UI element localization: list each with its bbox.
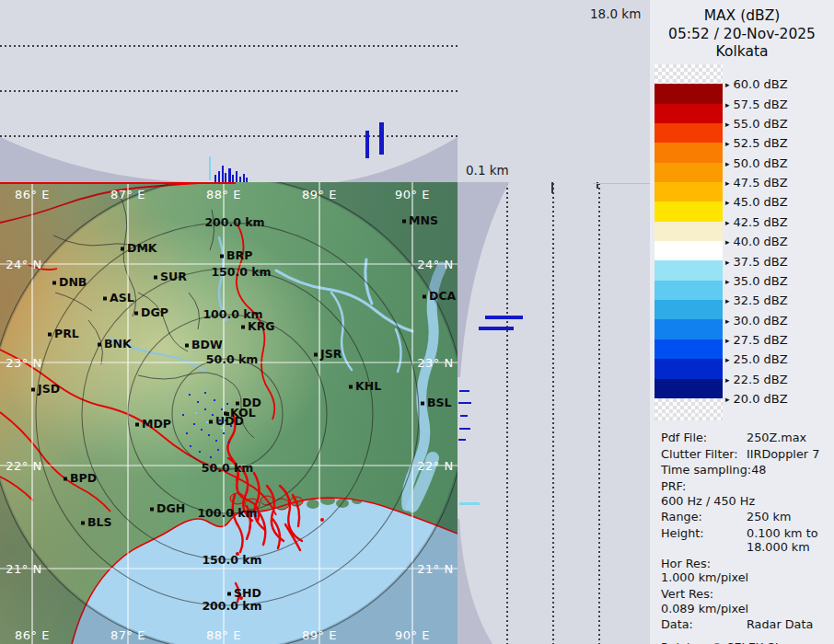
- info-label: Height:: [661, 526, 747, 540]
- range-ring-label: 150.0 km: [211, 265, 271, 279]
- legend-label: ▸27.5 dBZ: [725, 332, 788, 346]
- info-row: PRF:600 Hz / 450 Hz: [661, 479, 834, 508]
- echo-row: [460, 415, 468, 417]
- city-marker-sur: SUR: [154, 270, 187, 283]
- legend-arrow-icon: ▸: [725, 158, 730, 167]
- city-marker-khl: KHL: [349, 379, 381, 393]
- legend-label-text: 47.5 dBZ: [734, 176, 788, 190]
- latitude-label: 24° N: [6, 258, 41, 271]
- city-code-label: KHL: [355, 379, 381, 393]
- latitude-label: 21° N: [417, 562, 453, 576]
- echo-column: [209, 156, 211, 180]
- legend-arrow-icon: ▸: [725, 217, 730, 226]
- city-code-label: BRP: [226, 248, 252, 262]
- legend-swatch: [654, 163, 723, 182]
- legend-label: ▸22.5 dBZ: [725, 372, 788, 385]
- longitude-label: 90° E: [395, 628, 430, 642]
- city-marker-dnb: DNB: [52, 275, 87, 289]
- info-label: Hor Res:: [661, 557, 747, 570]
- echo-row: [458, 439, 466, 441]
- city-marker-bpd: BPD: [64, 471, 97, 485]
- city-code-label: UDD: [215, 414, 244, 428]
- city-code-label: BLS: [87, 515, 112, 529]
- echo-column: [225, 173, 226, 182]
- legend-swatch: [654, 104, 723, 123]
- city-dot: [135, 422, 139, 426]
- legend-label: ▸30.0 dBZ: [725, 313, 788, 327]
- echo-row: [485, 316, 523, 319]
- city-marker-dgp: DGP: [134, 305, 168, 319]
- echo-row: [479, 327, 514, 330]
- info-row: Clutter Filter:IIRDoppler 7: [661, 447, 834, 461]
- legend-label: ▸35.0 dBZ: [725, 273, 788, 287]
- legend-arrow-icon: ▸: [725, 99, 730, 109]
- legend-swatch: [654, 123, 723, 143]
- legend-label-text: 40.0 dBZ: [734, 235, 788, 248]
- legend-swatch: [654, 281, 723, 300]
- product-timestamp: 05:52 / 20-Nov-2025: [650, 26, 834, 44]
- echo-row: [459, 390, 469, 392]
- legend-swatch: [654, 182, 723, 201]
- city-dot: [48, 332, 52, 336]
- legend-label: ▸32.5 dBZ: [725, 293, 788, 307]
- city-code-label: JSD: [38, 382, 60, 396]
- city-marker-udd: UDD: [209, 414, 244, 428]
- legend-arrow-icon: ▸: [725, 276, 730, 285]
- longitude-label: 88° E: [206, 188, 241, 201]
- legend-label-text: 30.0 dBZ: [734, 313, 788, 327]
- legend-label-text: 37.5 dBZ: [734, 254, 788, 268]
- latitude-label: 21° N: [6, 562, 41, 576]
- info-value: 48: [751, 463, 766, 477]
- right-panel-beam-wedges: [458, 182, 650, 644]
- info-label: Data:: [661, 617, 747, 631]
- legend-label-text: 25.0 dBZ: [734, 352, 788, 366]
- city-dot: [52, 281, 56, 284]
- legend-arrow-icon: ▸: [725, 198, 730, 207]
- legend-arrow-icon: ▸: [725, 120, 730, 129]
- city-dot: [314, 352, 318, 356]
- city-code-label: KRG: [248, 319, 275, 333]
- echo-column: [365, 131, 369, 158]
- legend-label: ▸60.0 dBZ: [725, 77, 788, 91]
- legend-label-text: 57.5 dBZ: [734, 97, 788, 110]
- legend-label: ▸47.5 dBZ: [725, 176, 788, 190]
- city-marker-bsl: BSL: [421, 396, 452, 409]
- info-value: 1.000 km/pixel: [661, 570, 748, 584]
- legend-label-text: 55.0 dBZ: [734, 117, 788, 131]
- legend-label: ▸52.5 dBZ: [725, 136, 788, 150]
- longitude-label: 89° E: [302, 628, 337, 642]
- city-dot: [209, 420, 213, 423]
- city-dot: [220, 254, 224, 258]
- legend-arrow-icon: ▸: [725, 80, 730, 89]
- longitude-label: 86° E: [15, 188, 50, 201]
- info-row: Range:250 km: [661, 510, 834, 523]
- info-value: 600 Hz / 450 Hz: [661, 494, 755, 508]
- info-value: 0.100 km to 18.000 km: [747, 526, 818, 555]
- legend-panel: MAX (dBZ) 05:52 / 20-Nov-2025 Kolkata ▸6…: [650, 0, 834, 644]
- legend-label: ▸57.5 dBZ: [725, 97, 788, 110]
- range-ring-label: 50.0 km: [202, 461, 254, 475]
- info-label: Clutter Filter:: [661, 447, 747, 461]
- legend-label: ▸45.0 dBZ: [725, 195, 788, 209]
- legend-arrow-icon: ▸: [725, 394, 730, 403]
- city-code-label: SUR: [160, 270, 187, 283]
- city-dot: [227, 592, 231, 595]
- info-value: 0.089 km/pixel: [661, 602, 748, 615]
- echo-column: [228, 168, 231, 182]
- legend-swatch: [654, 143, 723, 162]
- legend-swatch: [654, 64, 723, 84]
- legend-swatch: [654, 319, 723, 339]
- top-panel-beam-wedges: [0, 0, 458, 182]
- city-code-label: BSL: [427, 396, 452, 409]
- longitude-label: 88° E: [206, 628, 241, 642]
- info-value: 250 km: [747, 510, 791, 523]
- radar-map-display: 86° E87° E88° E89° E90° E 86° E87° E88° …: [0, 182, 458, 644]
- height-axis-max-label: 18.0 km: [590, 6, 641, 21]
- legend-label: ▸55.0 dBZ: [725, 117, 788, 131]
- echo-column: [236, 171, 237, 182]
- legend-label-text: 35.0 dBZ: [734, 273, 788, 287]
- city-code-label: DNB: [59, 275, 87, 289]
- city-marker-prl: PRL: [48, 327, 79, 340]
- city-marker-dmk: DMK: [121, 241, 157, 255]
- city-marker-brp: BRP: [220, 248, 252, 262]
